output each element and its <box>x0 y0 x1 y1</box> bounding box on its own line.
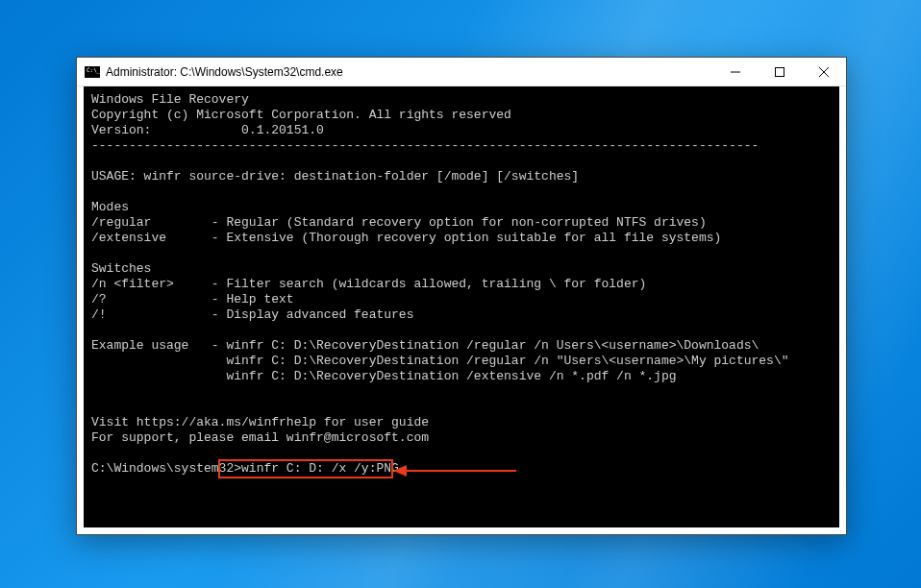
svg-rect-1 <box>776 67 784 76</box>
cursor-icon <box>399 471 407 473</box>
terminal-line <box>91 446 832 461</box>
terminal-line: /extensive - Extensive (Thorough recover… <box>91 231 832 246</box>
terminal-line: winfr C: D:\RecoveryDestination /extensi… <box>91 369 832 384</box>
cmd-window: Administrator: C:\Windows\System32\cmd.e… <box>76 57 847 535</box>
terminal-area[interactable]: Windows File RecoveryCopyright (c) Micro… <box>84 86 839 527</box>
terminal-line: /n <filter> - Filter search (wildcards a… <box>91 277 832 292</box>
terminal-line <box>91 246 832 261</box>
typed-command: winfr C: D: /x /y:PNG <box>241 461 399 477</box>
terminal-line: /! - Display advanced features <box>91 307 832 323</box>
prompt-path: C:\Windows\system32> <box>91 461 241 477</box>
terminal-line: /regular - Regular (Standard recovery op… <box>91 215 832 231</box>
terminal-line: For support, please email winfr@microsof… <box>91 430 832 446</box>
terminal-line <box>91 184 832 200</box>
terminal-line: /? - Help text <box>91 292 832 307</box>
terminal-line <box>91 323 832 338</box>
prompt-line: C:\Windows\system32>winfr C: D: /x /y:PN… <box>91 461 832 477</box>
close-button[interactable] <box>802 58 846 86</box>
terminal-line: Version: 0.1.20151.0 <box>91 123 832 138</box>
minimize-button[interactable] <box>713 58 758 86</box>
cmd-icon <box>85 66 100 78</box>
terminal-line: Switches <box>91 261 832 277</box>
terminal-line: Example usage - winfr C: D:\RecoveryDest… <box>91 338 832 354</box>
window-title: Administrator: C:\Windows\System32\cmd.e… <box>106 65 713 79</box>
window-controls <box>713 58 846 86</box>
terminal-line <box>91 154 832 169</box>
titlebar[interactable]: Administrator: C:\Windows\System32\cmd.e… <box>77 58 846 86</box>
terminal-line: ----------------------------------------… <box>91 138 832 154</box>
terminal-line: USAGE: winfr source-drive: destination-f… <box>91 169 832 184</box>
terminal-output: Windows File RecoveryCopyright (c) Micro… <box>91 92 832 461</box>
terminal-line: Windows File Recovery <box>91 92 832 108</box>
terminal-line <box>91 400 832 415</box>
terminal-line <box>91 384 832 400</box>
terminal-line: Copyright (c) Microsoft Corporation. All… <box>91 108 832 123</box>
maximize-button[interactable] <box>758 58 802 86</box>
terminal-line: winfr C: D:\RecoveryDestination /regular… <box>91 354 832 369</box>
terminal-line: Visit https://aka.ms/winfrhelp for user … <box>91 415 832 430</box>
terminal-line: Modes <box>91 200 832 215</box>
